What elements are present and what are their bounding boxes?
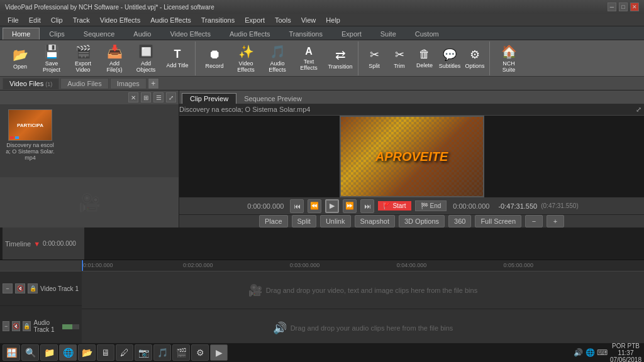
- video-track-minus-button[interactable]: −: [3, 283, 13, 293]
- tab-export[interactable]: Export: [332, 28, 371, 40]
- browser-button[interactable]: 🌐: [59, 344, 77, 361]
- go-to-start-button[interactable]: ⏮: [290, 199, 304, 213]
- file-thumbnail: PARTICIPA: [8, 109, 52, 141]
- camera-taskbar-button[interactable]: 📷: [135, 344, 152, 361]
- place-button[interactable]: Place: [259, 215, 288, 228]
- music-button[interactable]: 🎵: [153, 344, 171, 361]
- add-objects-button[interactable]: 🔲 Add Objects: [131, 43, 161, 74]
- tab-audio-effects[interactable]: Audio Effects: [220, 28, 280, 40]
- tab-transitions[interactable]: Transitions: [280, 28, 332, 40]
- video-effects-button[interactable]: ✨ Video Effects: [231, 43, 261, 74]
- menu-audio-effects[interactable]: Audio Effects: [145, 14, 196, 26]
- delete-button[interactable]: 🗑 Delete: [413, 43, 436, 74]
- audio-track-content[interactable]: 🔊 Drag and drop your audio clips here fr…: [82, 309, 644, 347]
- sequence-preview-tab[interactable]: Sequence Preview: [236, 94, 309, 104]
- options-button[interactable]: ⚙ Options: [463, 43, 487, 74]
- clip-preview-tab[interactable]: Clip Preview: [182, 93, 236, 104]
- save-project-button[interactable]: 💾 Save Project: [36, 43, 67, 74]
- unlink-button[interactable]: Unlink: [320, 215, 351, 228]
- paint-button[interactable]: 🖊: [116, 344, 133, 361]
- audio-effects-button[interactable]: 🎵 Audio Effects: [262, 43, 292, 74]
- audio-track-mute-button[interactable]: 🔇: [12, 321, 20, 331]
- video-track-content[interactable]: 🎥 Drag and drop your video, text and ima…: [82, 272, 644, 309]
- subtitles-button[interactable]: 💬 Subtitles: [438, 43, 462, 74]
- tab-video-effects[interactable]: Video Effects: [160, 28, 219, 40]
- add-objects-icon: 🔲: [138, 44, 154, 59]
- snapshot-button[interactable]: Snapshot: [355, 215, 395, 228]
- close-button[interactable]: ✕: [630, 3, 639, 11]
- text-effects-button[interactable]: A Text Effects: [294, 43, 324, 74]
- play-button[interactable]: ▶: [325, 199, 339, 213]
- record-button[interactable]: ⏺ Record: [199, 43, 230, 74]
- split-button[interactable]: ✂ Split: [362, 43, 386, 74]
- tab-sequence[interactable]: Sequence: [74, 28, 125, 40]
- settings-taskbar-button[interactable]: ⚙: [191, 344, 209, 361]
- add-bin-tab-button[interactable]: +: [148, 78, 159, 89]
- split-timeline-button[interactable]: Split: [292, 215, 316, 228]
- maximize-button[interactable]: □: [619, 3, 628, 11]
- search-button[interactable]: 🔍: [21, 344, 39, 361]
- 3d-options-button[interactable]: 3D Options: [399, 215, 445, 228]
- audio-track-row: − 🔇 🔒 Audio Track 1 🔊 Drag and drop your…: [0, 309, 644, 347]
- audio-volume-fill: [62, 324, 72, 329]
- step-forward-button[interactable]: ⏩: [343, 199, 357, 213]
- menu-file[interactable]: File: [3, 14, 24, 26]
- menu-track[interactable]: Track: [68, 14, 95, 26]
- list-view-button[interactable]: ☰: [153, 92, 164, 102]
- export-video-button[interactable]: 🎬 Export Video: [68, 43, 98, 74]
- open-icon: 📂: [13, 47, 28, 62]
- nch-suite-button[interactable]: 🏠 NCH Suite: [494, 43, 524, 74]
- add-title-button[interactable]: T Add Title: [162, 43, 192, 74]
- grid-view-button[interactable]: ⊞: [141, 92, 151, 102]
- zoom-in-button[interactable]: +: [547, 215, 564, 228]
- video-button[interactable]: 🎬: [172, 344, 190, 361]
- monitor-button[interactable]: 🖥: [97, 344, 114, 361]
- tab-suite[interactable]: Suite: [371, 28, 406, 40]
- open-button[interactable]: 📂 Open: [5, 43, 35, 74]
- video-track-lock-button[interactable]: 🔒: [28, 283, 38, 293]
- bin-tab-video-files[interactable]: Video Files (1): [3, 78, 59, 89]
- preview-expand-button[interactable]: ⤢: [636, 106, 644, 114]
- set-end-button[interactable]: 🏁 End: [415, 200, 447, 211]
- tab-clips[interactable]: Clips: [40, 28, 74, 40]
- bin-tab-audio-files[interactable]: Audio Files: [60, 78, 108, 89]
- menu-tools[interactable]: Tools: [270, 14, 296, 26]
- videopad-taskbar-button[interactable]: ▶: [210, 344, 228, 361]
- window-controls[interactable]: ─ □ ✕: [608, 3, 639, 11]
- file-explorer-button[interactable]: 📁: [40, 344, 58, 361]
- file-item[interactable]: PARTICIPA Discovery na escola; O Sistema…: [5, 109, 55, 161]
- expand-view-button[interactable]: ⤢: [166, 92, 176, 102]
- audio-volume-bar[interactable]: [62, 324, 79, 329]
- trim-button[interactable]: ✂ Trim: [387, 43, 411, 74]
- set-start-button[interactable]: 🚩 Start: [378, 201, 411, 211]
- subtitles-icon: 💬: [443, 48, 457, 62]
- step-back-button[interactable]: ⏪: [308, 199, 321, 213]
- bin-tab-images[interactable]: Images: [110, 78, 147, 89]
- zoom-out-button[interactable]: −: [525, 215, 543, 228]
- folder-button[interactable]: 📂: [78, 344, 96, 361]
- minimize-button[interactable]: ─: [608, 3, 616, 11]
- delete-file-button[interactable]: ✕: [128, 92, 138, 102]
- menu-export[interactable]: Export: [240, 14, 270, 26]
- menu-video-effects[interactable]: Video Effects: [95, 14, 145, 26]
- go-to-end-button[interactable]: ⏭: [360, 199, 374, 213]
- audio-track-minus-button[interactable]: −: [3, 321, 9, 331]
- menu-help[interactable]: Help: [321, 14, 345, 26]
- tab-home[interactable]: Home: [3, 28, 40, 40]
- toolbar-group-effects: ⏺ Record ✨ Video Effects 🎵 Audio Effects…: [197, 41, 358, 75]
- add-files-button[interactable]: 📥 Add File(s): [99, 43, 130, 74]
- transition-button[interactable]: ⇄ Transition: [325, 43, 355, 74]
- video-track-mute-button[interactable]: 🔇: [15, 283, 25, 293]
- main-split: ✕ ⊞ ☰ ⤢ PARTICIPA Discovery na escola; O…: [0, 90, 644, 228]
- menu-edit[interactable]: Edit: [24, 14, 46, 26]
- menu-transitions[interactable]: Transitions: [196, 14, 240, 26]
- audio-track-lock-button[interactable]: 🔒: [23, 321, 31, 331]
- end-time-display: 0:00:00.000: [450, 202, 492, 210]
- menu-view[interactable]: View: [296, 14, 321, 26]
- start-menu-button[interactable]: 🪟: [3, 344, 20, 361]
- tab-audio[interactable]: Audio: [124, 28, 160, 40]
- tab-custom[interactable]: Custom: [406, 28, 448, 40]
- fullscreen-button[interactable]: Full Screen: [475, 215, 521, 228]
- menu-clip[interactable]: Clip: [46, 14, 68, 26]
- 360-button[interactable]: 360: [448, 215, 471, 228]
